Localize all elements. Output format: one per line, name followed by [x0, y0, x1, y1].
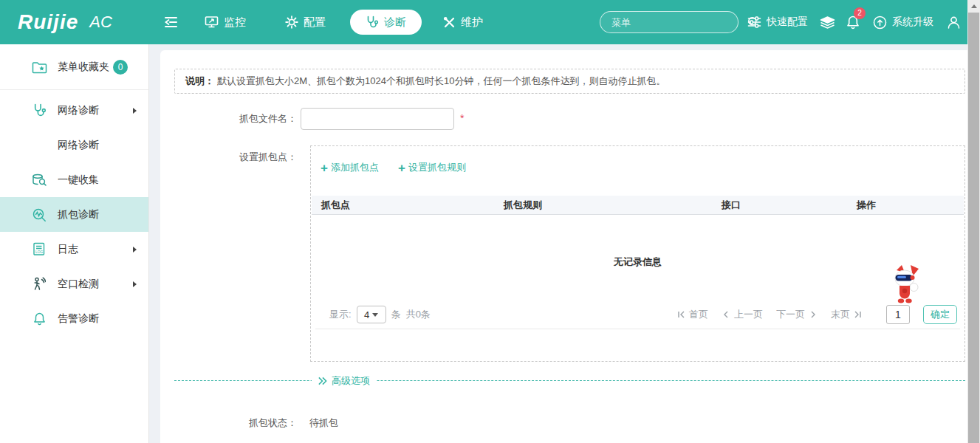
system-upgrade-label: 系统升级 — [892, 16, 933, 29]
page-size-area: 显示: 4 条 共0条 — [329, 303, 431, 326]
user-icon — [947, 16, 961, 30]
sidebar-item-label: 空口检测 — [58, 278, 99, 291]
set-capture-rule-link[interactable]: 设置抓包规则 — [398, 161, 466, 174]
content-card: 说明： 默认设置抓包大小2M、抓包个数为1024个和抓包时长10分钟，任何一个抓… — [160, 50, 967, 443]
unit-label: 条 — [391, 308, 401, 321]
tab-monitor[interactable]: 监控 — [205, 0, 246, 44]
sidebar-item-label: 网络诊断 — [58, 139, 99, 152]
mascot-image — [887, 263, 924, 307]
sidebar-item-alarm-diagnosis[interactable]: 告警诊断 — [0, 301, 148, 336]
brand: Ruijie AC — [18, 0, 112, 44]
required-mark: * — [460, 112, 464, 124]
sidebar-collapse-icon[interactable] — [162, 16, 179, 29]
system-upgrade-button[interactable]: 系统升级 — [873, 0, 933, 44]
tab-diagnosis[interactable]: 诊断 — [350, 10, 422, 35]
page-number-input[interactable] — [886, 305, 910, 324]
last-page-button[interactable]: 末页 — [831, 308, 863, 321]
sidebar-item-favorites-label: 菜单收藏夹 — [58, 61, 109, 74]
pagination-separator — [315, 329, 960, 329]
tab-maintain[interactable]: 维护 — [443, 0, 483, 44]
first-page-icon — [676, 310, 685, 319]
capture-points-label: 设置抓包点： — [160, 146, 297, 168]
set-capture-rule-label: 设置抓包规则 — [408, 161, 466, 174]
sidebar-item-favorites[interactable]: 菜单收藏夹 0 — [0, 44, 148, 90]
upgrade-icon — [873, 16, 887, 30]
add-capture-point-label: 添加抓包点 — [331, 161, 379, 174]
air-detect-icon — [31, 277, 47, 291]
pagination-bar: 显示: 4 条 共0条 首页 — [311, 303, 964, 326]
alarm-bell-icon — [31, 312, 47, 326]
tab-monitor-label: 监控 — [224, 16, 246, 30]
filename-label: 抓包文件名： — [160, 108, 297, 130]
first-page-label: 首页 — [689, 308, 708, 321]
sidebar-item-label: 一键收集 — [58, 174, 99, 187]
scrollbar-up-button[interactable] — [967, 0, 980, 13]
last-page-label: 末页 — [831, 308, 850, 321]
product-name: AC — [89, 13, 112, 32]
note-text: 默认设置抓包大小2M、抓包个数为1024个和抓包时长10分钟，任何一个抓包条件达… — [217, 75, 665, 88]
next-page-button[interactable]: 下一页 — [776, 308, 818, 321]
tab-maintain-label: 维护 — [461, 16, 483, 30]
prev-page-button[interactable]: 上一页 — [722, 308, 763, 321]
sidebar-item-label: 网络诊断 — [58, 104, 99, 117]
sidebar-subitem-network-diagnosis[interactable]: 网络诊断 — [0, 128, 148, 162]
empty-table-message: 无记录信息 — [311, 255, 964, 269]
quick-config-button[interactable]: 快速配置 — [747, 0, 808, 44]
col-capture-point: 抓包点 — [321, 196, 350, 215]
svg-text:LOG: LOG — [35, 250, 43, 254]
add-capture-point-link[interactable]: 添加抓包点 — [321, 161, 379, 174]
layers-icon — [820, 16, 835, 29]
tools-icon — [443, 16, 456, 29]
topbar: Ruijie AC 监控 配置 — [0, 0, 967, 44]
total-count-label: 共0条 — [406, 308, 431, 321]
capture-points-panel: 添加抓包点 设置抓包规则 抓包点 抓包规则 接口 操作 无记录信息 — [310, 145, 965, 362]
gear-icon — [285, 16, 298, 29]
advanced-options-label: 高级选项 — [332, 374, 370, 388]
panel-links: 添加抓包点 设置抓包规则 — [321, 161, 466, 174]
plus-icon — [398, 162, 405, 174]
tab-config[interactable]: 配置 — [285, 0, 326, 44]
menu-search — [600, 11, 739, 33]
advanced-options-divider: 高级选项 — [174, 380, 965, 381]
user-account-button[interactable] — [947, 0, 961, 44]
main-area: 说明： 默认设置抓包大小2M、抓包个数为1024个和抓包时长10分钟，任何一个抓… — [149, 44, 967, 443]
sidebar-menu: 网络诊断 网络诊断 一键收集 — [0, 90, 148, 336]
next-page-label: 下一页 — [776, 308, 805, 321]
sidebar-item-one-click-collect[interactable]: 一键收集 — [0, 162, 148, 197]
notifications-button[interactable]: 2 — [846, 0, 860, 44]
table-header-row: 抓包点 抓包规则 接口 操作 — [312, 196, 964, 215]
sidebar-item-packet-capture[interactable]: 抓包诊断 — [0, 197, 148, 232]
first-page-button[interactable]: 首页 — [676, 308, 708, 321]
tab-config-label: 配置 — [304, 16, 326, 30]
quick-config-label: 快速配置 — [767, 16, 808, 29]
capture-status-label: 抓包状态： — [160, 416, 297, 430]
batch-config-button[interactable] — [820, 0, 835, 44]
plus-icon — [321, 162, 328, 174]
sidebar-item-network-diagnosis[interactable]: 网络诊断 — [0, 93, 148, 128]
page-size-select[interactable]: 4 — [357, 306, 386, 323]
chevron-right-icon — [133, 281, 137, 287]
chevron-right-icon — [133, 108, 137, 114]
last-page-icon — [854, 310, 863, 319]
favorites-count-badge: 0 — [113, 60, 128, 75]
col-operation: 操作 — [857, 196, 876, 215]
notification-badge: 2 — [854, 7, 866, 19]
sidebar-item-label: 抓包诊断 — [58, 208, 99, 222]
tab-diagnosis-label: 诊断 — [384, 16, 406, 30]
sidebar-item-label: 日志 — [58, 243, 78, 256]
double-chevron-right-icon — [318, 377, 327, 385]
note-label: 说明： — [185, 75, 214, 88]
vertical-scrollbar — [967, 0, 980, 443]
col-interface: 接口 — [722, 196, 741, 215]
scrollbar-thumb[interactable] — [968, 13, 979, 443]
sidebar-item-log[interactable]: LOG 日志 — [0, 232, 148, 267]
menu-search-input[interactable] — [600, 17, 747, 28]
stethoscope-icon — [366, 16, 379, 29]
filename-input[interactable] — [301, 108, 454, 130]
ruijie-logo: Ruijie — [18, 10, 78, 34]
sidebar-item-air-interface[interactable]: 空口检测 — [0, 267, 148, 301]
confirm-page-button[interactable]: 确定 — [923, 305, 957, 324]
sidebar: 菜单收藏夹 0 网络诊断 网络诊断 — [0, 44, 149, 443]
monitor-icon — [205, 16, 219, 29]
advanced-options-toggle[interactable]: 高级选项 — [312, 374, 376, 388]
